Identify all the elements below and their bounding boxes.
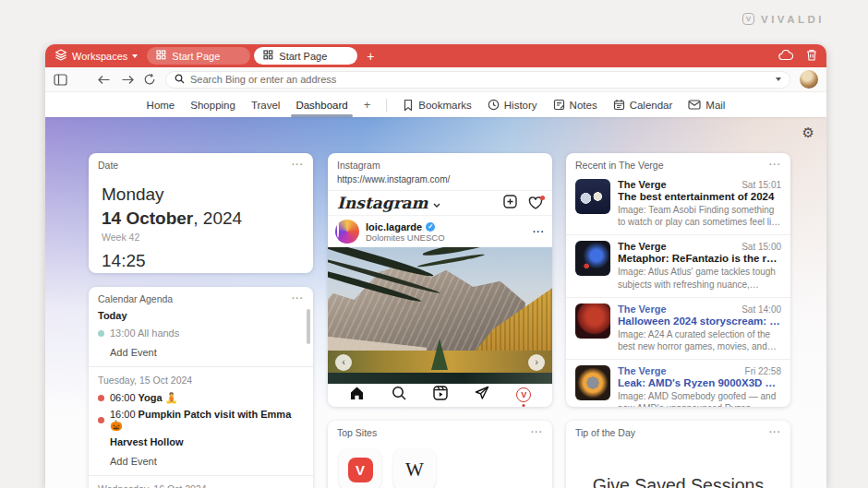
share-plane-icon[interactable] xyxy=(475,386,489,404)
feed-item[interactable]: The VergeSat 14:00 Halloween 2024 storys… xyxy=(566,298,790,360)
feed-headline[interactable]: Halloween 2024 storyscream: the best spo… xyxy=(618,315,781,327)
agenda-day-heading: Wednesday, 16 Oct 2024 xyxy=(98,483,304,488)
feed-item-thumbnail xyxy=(575,179,610,214)
agenda-divider xyxy=(89,366,313,367)
feed-description: Image: A24 A curated selection of the be… xyxy=(618,328,781,352)
date-widget-body: Monday 14 October, 2024 Week 42 14:25 xyxy=(89,173,313,271)
tab-start-page-inactive[interactable]: Start Page xyxy=(147,47,250,65)
chevron-down-icon[interactable] xyxy=(433,195,440,211)
feed-headline[interactable]: Leak: AMD's Ryzen 9000X3D chips aren't l… xyxy=(618,377,781,388)
instagram-header-bar: Instagram xyxy=(328,191,552,216)
address-toolbar: Search Bing or enter an address xyxy=(45,67,826,92)
trash-icon[interactable] xyxy=(806,48,817,65)
create-post-icon[interactable] xyxy=(503,195,517,212)
agenda-event[interactable]: 06:00 Yoga 🧘 xyxy=(98,392,304,404)
nav-home[interactable]: Home xyxy=(147,100,175,111)
date-day-number: 14 October xyxy=(102,208,193,228)
widget-menu-button[interactable]: ··· xyxy=(292,294,304,304)
photo-branch xyxy=(422,247,494,258)
agenda-scrollbar[interactable] xyxy=(307,309,310,344)
post-author-username[interactable]: loic.lagarde xyxy=(366,221,422,232)
instagram-profile-avatar[interactable]: V xyxy=(516,387,531,402)
notification-dot xyxy=(540,196,545,200)
dashboard-settings-gear-icon[interactable]: ⚙ xyxy=(802,125,814,141)
address-dropdown-icon[interactable] xyxy=(776,77,781,81)
instagram-post-header: loic.lagarde✓ Dolomites UNESCO ··· xyxy=(328,216,552,247)
nav-mail[interactable]: Mail xyxy=(688,100,725,111)
widget-title: Tip of the Day xyxy=(575,427,635,438)
feed-description: Image: AMD Somebody goofed — and now AMD… xyxy=(618,390,781,407)
instagram-widget: Instagram https://www.instagram.com/ Ins… xyxy=(328,153,552,407)
tab-bar: Workspaces Start Page Start Page + xyxy=(45,44,826,67)
event-color-dot xyxy=(98,395,104,401)
widget-title: Instagram xyxy=(337,160,380,171)
reels-icon[interactable] xyxy=(433,386,448,404)
workspaces-button[interactable]: Workspaces xyxy=(54,49,138,63)
nav-dashboard[interactable]: Dashboard xyxy=(295,100,347,111)
address-bar[interactable]: Search Bing or enter an address xyxy=(165,71,790,89)
agenda-event[interactable]: 16:00 Pumpkin Patch visit with Emma 🎃 xyxy=(98,409,304,432)
top-site-vivaldi[interactable]: V xyxy=(339,448,381,488)
forward-button[interactable] xyxy=(121,75,135,85)
instagram-wordmark[interactable]: Instagram xyxy=(337,194,428,212)
agenda-body: Today 13:00 All hands Add Event Tuesday,… xyxy=(89,310,313,488)
nav-notes[interactable]: Notes xyxy=(553,99,597,111)
nav-tool-label: Notes xyxy=(570,100,597,111)
search-icon[interactable] xyxy=(392,386,406,404)
widget-menu-button[interactable]: ··· xyxy=(292,161,304,170)
nav-bookmarks[interactable]: Bookmarks xyxy=(403,99,472,112)
agenda-event[interactable]: 13:00 All hands xyxy=(98,327,304,339)
event-time: 16:00 xyxy=(110,409,136,420)
reload-button[interactable] xyxy=(143,73,156,86)
feed-item[interactable]: The VergeSat 15:01 The best entertainmen… xyxy=(566,173,790,235)
nav-travel[interactable]: Travel xyxy=(251,100,281,111)
widget-menu-button[interactable]: ··· xyxy=(769,428,781,437)
nav-calendar[interactable]: Calendar xyxy=(613,99,673,111)
widget-menu-button[interactable]: ··· xyxy=(531,428,543,437)
add-event-button[interactable]: Add Event xyxy=(110,456,304,467)
new-tab-button[interactable]: + xyxy=(367,50,374,63)
browser-window: Workspaces Start Page Start Page + xyxy=(45,44,826,488)
date-full-date: 14 October, 2024 xyxy=(102,207,300,231)
feed-item-thumbnail xyxy=(575,304,610,339)
post-author-avatar[interactable] xyxy=(335,220,359,244)
vivaldi-brand: V VIVALDI xyxy=(742,13,825,25)
post-menu-button[interactable]: ··· xyxy=(533,227,545,237)
feed-description: Image: Team Asobi Finding something to w… xyxy=(618,204,781,228)
feed-headline[interactable]: The best entertainment of 2024 xyxy=(618,191,781,202)
navbar-divider xyxy=(386,99,387,112)
tab-start-page-active[interactable]: Start Page xyxy=(254,47,357,65)
agenda-day-heading: Today xyxy=(98,310,304,321)
activity-heart-icon[interactable] xyxy=(528,196,543,209)
panel-toggle-icon[interactable] xyxy=(54,74,67,86)
feed-item[interactable]: The VergeSat 15:00 Metaphor: ReFantazio … xyxy=(566,235,790,297)
widget-menu-button[interactable]: ··· xyxy=(769,161,781,170)
add-event-button[interactable]: Add Event xyxy=(110,347,304,358)
profile-avatar[interactable] xyxy=(800,70,818,89)
carousel-next-button[interactable]: › xyxy=(528,354,545,371)
feed-item[interactable]: The VergeFri 22:58 Leak: AMD's Ryzen 900… xyxy=(566,360,790,407)
top-site-wikipedia[interactable]: W xyxy=(393,448,436,488)
nav-shopping[interactable]: Shopping xyxy=(190,100,235,111)
feed-source: The Verge xyxy=(618,304,667,315)
verge-feed-widget: Recent in The Verge ··· The VergeSat 15:… xyxy=(566,153,790,407)
date-clock: 14:25 xyxy=(102,251,300,271)
carousel-prev-button[interactable]: ‹ xyxy=(335,354,352,371)
mail-envelope-icon xyxy=(688,100,701,110)
home-icon[interactable] xyxy=(349,386,365,404)
feed-headline[interactable]: Metaphor: ReFantazio is the rare fantasy… xyxy=(618,253,781,264)
calendar-icon xyxy=(613,99,625,111)
speed-dial-icon xyxy=(156,50,166,62)
sync-cloud-icon[interactable] xyxy=(778,48,793,65)
event-color-dot xyxy=(98,417,104,423)
nav-history[interactable]: History xyxy=(488,99,537,111)
tab-label: Start Page xyxy=(279,51,327,62)
post-location[interactable]: Dolomites UNESCO xyxy=(366,232,445,243)
add-page-button[interactable]: + xyxy=(364,98,371,112)
date-week-number: Week 42 xyxy=(102,232,300,243)
verified-badge-icon: ✓ xyxy=(426,222,435,232)
instagram-widget-url[interactable]: https://www.instagram.com/ xyxy=(328,173,552,191)
widget-title: Top Sites xyxy=(337,427,377,438)
feed-timestamp: Sat 15:00 xyxy=(741,242,781,252)
back-button[interactable] xyxy=(97,75,111,85)
